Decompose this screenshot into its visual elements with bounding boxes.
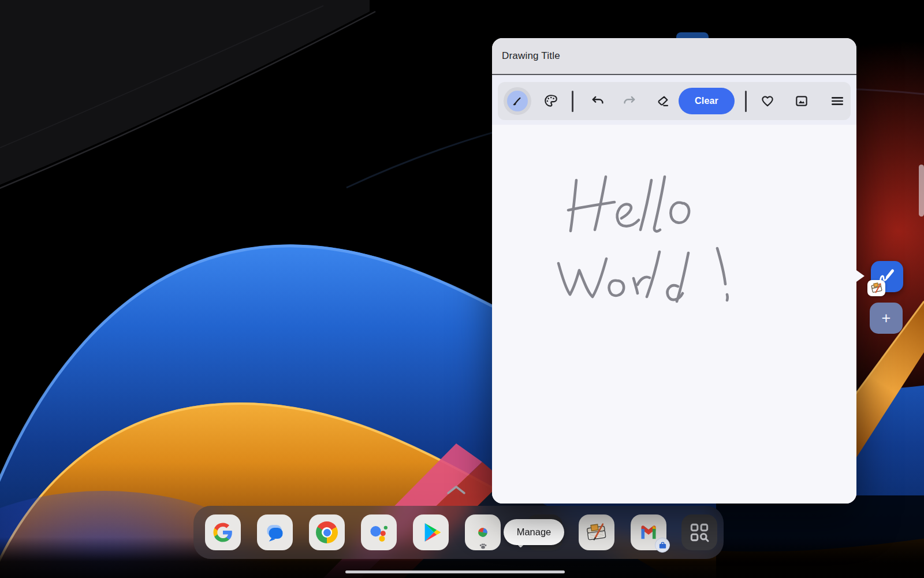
- manage-button[interactable]: Manage: [504, 519, 564, 545]
- insert-image-icon: [794, 94, 809, 109]
- drawing-canvas[interactable]: [492, 125, 856, 504]
- drawing-app-window: Drawing Title: [492, 38, 856, 504]
- handwriting-hello-world: [492, 125, 856, 504]
- undo-button[interactable]: [585, 88, 610, 114]
- home-indicator-bar[interactable]: [345, 570, 565, 573]
- brush-icon: [511, 95, 524, 107]
- dock-icon-play-store[interactable]: [413, 514, 449, 550]
- redo-icon: [622, 94, 637, 109]
- toolbar-divider: [745, 91, 747, 112]
- toolbar-strip: Clear: [492, 75, 856, 125]
- brush-tool-button[interactable]: [504, 87, 531, 115]
- desktop: Manage: [0, 0, 924, 578]
- clear-label: Clear: [695, 96, 718, 106]
- bubble-app-badge: [867, 280, 885, 296]
- chrome-icon: [316, 521, 338, 543]
- google-g-icon: [213, 522, 233, 543]
- dock-icon-app-search[interactable]: [681, 514, 717, 550]
- scrollbar[interactable]: [919, 165, 924, 217]
- chat-bubble-icon: [264, 521, 286, 543]
- menu-icon: [829, 93, 845, 109]
- paw-print-icon: [465, 542, 501, 549]
- insert-image-button[interactable]: [789, 88, 814, 114]
- assistant-icon: [367, 521, 390, 544]
- window-titlebar[interactable]: Drawing Title: [492, 38, 856, 74]
- favorite-button[interactable]: [755, 88, 780, 114]
- dock-icon-google[interactable]: [205, 514, 241, 550]
- toolbar-divider: [572, 91, 573, 112]
- favorite-heart-icon: [760, 94, 775, 109]
- redo-button[interactable]: [617, 88, 642, 114]
- eraser-button[interactable]: [650, 88, 676, 114]
- palette-icon: [543, 94, 558, 109]
- dock-icon-chrome[interactable]: [309, 514, 345, 550]
- add-bubble-button[interactable]: +: [870, 303, 903, 334]
- dock-icon-photos[interactable]: [465, 514, 501, 550]
- dock-icon-messages[interactable]: [257, 514, 293, 550]
- notebook-pen-icon: [585, 521, 608, 544]
- work-profile-briefcase-icon: [655, 538, 670, 553]
- drawing-toolbar: Clear: [498, 82, 851, 120]
- dock-icon-assistant[interactable]: [361, 514, 397, 550]
- undo-icon: [590, 94, 605, 109]
- manage-label: Manage: [517, 527, 552, 538]
- dock-icon-gmail[interactable]: [631, 514, 666, 550]
- app-grid-search-icon: [688, 521, 711, 544]
- plus-icon: +: [882, 309, 891, 327]
- clear-button[interactable]: Clear: [679, 88, 735, 114]
- notebook-badge-icon: [870, 281, 884, 295]
- dock-icon-notebook-app[interactable]: [579, 514, 614, 550]
- play-triangle-icon: [420, 521, 442, 543]
- window-title: Drawing Title: [502, 50, 560, 62]
- palette-button[interactable]: [538, 88, 564, 114]
- menu-button[interactable]: [825, 88, 850, 114]
- dock-expand-chevron-icon[interactable]: [445, 484, 468, 495]
- photos-pinwheel-icon: [472, 521, 494, 543]
- eraser-icon: [655, 94, 670, 109]
